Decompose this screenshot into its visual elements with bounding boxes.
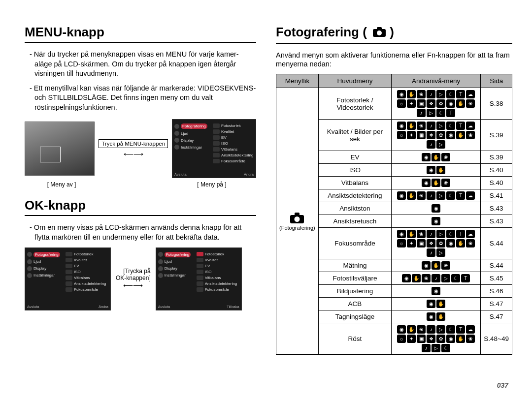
mode-icon: ✋ [407, 90, 416, 98]
menu-side-item: Display [158, 266, 191, 271]
th-menyflik: Menyflik [276, 74, 319, 88]
menu-right-item: Ansiktsdetektering [213, 153, 253, 157]
menu-right-item: Fokusområde [197, 287, 237, 292]
huvudmeny-cell: Fokusområde [318, 228, 391, 259]
huvudmeny-cell: Kvalitet / Bilder per sek [318, 120, 391, 151]
mode-icon: ✿ [436, 239, 445, 247]
menu-side-item: Ljud [158, 259, 191, 264]
mode-icon: ♪ [422, 344, 431, 352]
mode-icon: ◉ [402, 274, 411, 282]
mode-icon: ✿ [436, 335, 445, 343]
mode-icon: ❖ [427, 131, 435, 139]
screenshot-row-menu: Tryck på MENU-knappen ⟵⟶ FotograferingLj… [25, 119, 256, 178]
andraniva-cell: ◉✋❀ [392, 259, 481, 272]
menu-after-thumbnail: FotograferingLjudDisplayInställningar Fo… [156, 247, 242, 310]
mode-icon: ☁ [466, 122, 475, 130]
mode-icon: ☼ [397, 99, 406, 108]
mode-icon: ▷ [436, 248, 445, 257]
mode-icon: T [456, 230, 465, 238]
mode-icon: ◉ [422, 261, 431, 270]
th-andranivameny: Andranivå-meny [392, 74, 481, 88]
menu-before-thumbnail: FotograferingLjudDisplayInställningar Fo… [25, 247, 111, 310]
mode-icon: ◉ [446, 239, 455, 247]
mode-icon: ❀ [417, 230, 426, 238]
mode-icon: ◉ [422, 179, 431, 187]
mode-icon: ▷ [436, 191, 445, 200]
mode-icon: ♪ [427, 230, 435, 238]
mode-icon: ☼ [397, 335, 406, 343]
mode-icon: ✿ [436, 99, 445, 108]
press-ok-label-2: OK-knappen] [116, 275, 151, 281]
menu-bottom-exit-3: Avsluta [158, 305, 170, 309]
mode-icon: ◉ [427, 166, 435, 174]
andraniva-cell: ◉✋❀♪▷☾T☁ [392, 189, 481, 202]
huvudmeny-cell: Röst [318, 323, 391, 355]
mode-icon: ◉ [427, 300, 435, 308]
screenshot-row-ok: FotograferingLjudDisplayInställningar Fo… [25, 247, 256, 310]
double-arrow-icon-2: ⟵⟶ [116, 281, 151, 290]
menu-right-item: ISO [66, 270, 106, 274]
menu-side-item: Fotografering [27, 252, 60, 257]
mode-icon: T [456, 325, 465, 334]
menu-right-item: Vitbalans [213, 147, 253, 152]
sida-cell: S.44 [481, 228, 512, 259]
huvudmeny-cell: Tagningsläge [318, 310, 391, 323]
sida-cell: S.43 [481, 202, 512, 215]
sida-cell: S.46 [481, 285, 512, 298]
svg-point-2 [377, 31, 382, 35]
mode-icon: ✋ [407, 191, 416, 200]
mode-icon: ☁ [466, 90, 475, 98]
mode-icon: ✋ [432, 153, 440, 161]
mode-icon: ✿ [436, 131, 445, 139]
mode-icon: ✋ [407, 122, 416, 130]
heading-fotografering-close: ) [390, 25, 394, 39]
mode-icon: ✋ [412, 274, 421, 282]
menu-bottom-change: Ändra [244, 172, 254, 177]
mode-icon: ♪ [427, 90, 435, 98]
double-arrow-icon: ⟵⟶ [124, 150, 143, 158]
menu-right-item: Kvalitet [213, 129, 253, 134]
menu-right-item: Fotostorlek [66, 252, 106, 256]
caption-menu-on: [ Meny på ] [167, 181, 256, 188]
mode-icon: ◉ [397, 230, 406, 238]
sida-cell: S.47 [481, 298, 512, 310]
menu-right-item: Ansiktsdetektering [197, 281, 237, 286]
menu-side-item: Inställningar [174, 145, 207, 150]
th-sida: Sida [481, 74, 512, 88]
huvudmeny-cell: Bildjustering [318, 285, 391, 298]
right-intro: Använd menyn som aktiverar funktionerna … [276, 51, 512, 69]
mode-icon: ☾ [451, 274, 460, 282]
sida-cell: S.44 [481, 259, 512, 272]
mode-icon: ❀ [441, 179, 450, 187]
mode-icon: ❀ [422, 274, 431, 282]
mode-icon: ♪ [427, 248, 435, 257]
huvudmeny-cell: Fotostilsväljare [318, 272, 391, 285]
menu-right-item: Kvalitet [66, 258, 106, 262]
mode-icon: ♪ [427, 122, 435, 130]
heading-fotografering-text: Fotografering ( [276, 25, 367, 39]
mode-icon: T [446, 109, 455, 117]
mode-icon: ❀ [441, 261, 450, 270]
menu-side-item: Ljud [27, 259, 60, 264]
mode-icon: ♪ [427, 140, 435, 149]
ok-para: - Om en meny visas på LCD-skärmen använd… [30, 223, 256, 242]
mode-icon: ❀ [466, 131, 475, 139]
mode-icon: ◉ [427, 312, 435, 321]
andraniva-cell: ◉✋❀♪▷☾T☁☼✦▣❖✿◉✋❀♪▷☾T [392, 88, 481, 120]
mode-icon: ❀ [417, 191, 426, 200]
mode-icon: ☼ [397, 131, 406, 139]
mode-icon: ☁ [466, 191, 475, 200]
mode-icon: ☁ [466, 325, 475, 334]
mode-icon: T [461, 274, 470, 282]
mode-icon: ✋ [432, 261, 440, 270]
mode-icon: ❖ [427, 99, 435, 108]
mode-icon: ▣ [417, 239, 426, 247]
menu-right-item: Fokusområde [66, 287, 106, 292]
mode-icon: ◉ [422, 153, 431, 161]
mode-icon: ✋ [407, 325, 416, 334]
sida-cell: S.40 [481, 177, 512, 189]
andraniva-cell: ◉ [392, 285, 481, 298]
mode-icon: ▷ [436, 140, 445, 149]
mode-icon: T [456, 122, 465, 130]
mode-icon: ✋ [432, 179, 440, 187]
